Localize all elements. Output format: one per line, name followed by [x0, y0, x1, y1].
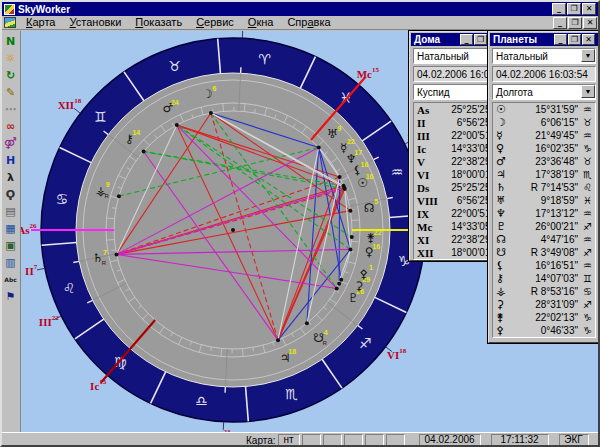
aquarius-icon: ♒: [391, 164, 404, 180]
menu-Карта[interactable]: Карта: [19, 16, 62, 28]
zodiac-sign-icon: ♒: [578, 130, 592, 141]
minimize-button[interactable]: _: [553, 17, 567, 29]
pallas-point: [339, 278, 343, 282]
close-button[interactable]: ✕: [582, 34, 595, 45]
planet-row-saturn[interactable]: ♄R 7°14'53"♌: [493, 181, 595, 194]
menu-Окна[interactable]: Окна: [241, 16, 281, 28]
restore-button[interactable]: ❐: [567, 3, 581, 15]
minimize-button[interactable]: _: [552, 3, 566, 15]
save-picture-icon[interactable]: ▥: [2, 254, 19, 271]
sun-icon[interactable]: ☼: [2, 50, 19, 67]
planets-title-bar[interactable]: Планеты _❐✕: [490, 33, 598, 46]
zodiac-sign-icon: ♐: [578, 221, 592, 232]
window-title: SkyWorker: [18, 4, 549, 15]
zodiac-sign-icon: ♌: [578, 182, 592, 193]
planet-row-mercury[interactable]: ☿21°49'45"♒: [493, 129, 595, 142]
run-flag-icon[interactable]: ⚑: [2, 288, 19, 305]
planet-row-vesta[interactable]: ⚶R 8°53'16"♋: [493, 285, 595, 298]
menu-Сервис[interactable]: Сервис: [189, 16, 241, 28]
minimize-button[interactable]: _: [460, 34, 473, 45]
menu-Справка[interactable]: Справка: [280, 16, 337, 28]
planet-longitude-value: 15°31'59": [511, 104, 578, 115]
refresh-icon[interactable]: ↻: [2, 67, 19, 84]
zodiac-sign-icon: ♉: [578, 117, 592, 128]
edit-pencil-icon[interactable]: ✎: [2, 84, 19, 101]
planets-chart-type-combo[interactable]: Натальный ▼: [492, 48, 596, 64]
planets-window-controls: _❐✕: [554, 34, 595, 45]
page-icon[interactable]: ▤: [2, 203, 19, 220]
mars-icon: ♂: [496, 155, 511, 168]
planet-row-north-node[interactable]: ☊4°47'16"♒: [493, 233, 595, 246]
status-mode: ЭКГ: [559, 434, 589, 446]
planet-row-selena[interactable]: ⚳28°31'09"♐: [493, 298, 595, 311]
house-label-III: III22: [39, 314, 59, 328]
zodiac-sign-icon: ♏: [578, 169, 592, 180]
menu-Показать[interactable]: Показать: [128, 16, 189, 28]
planet-row-mars[interactable]: ♂23°36'48"♉: [493, 155, 595, 168]
chevron-down-icon[interactable]: ▼: [581, 49, 595, 62]
chart-center-dot: [231, 228, 235, 232]
pallas-degree: 1: [369, 264, 373, 271]
options-disabled-icon[interactable]: ⋯: [2, 101, 19, 118]
status-empty-panel: [365, 434, 384, 446]
planet-row-south-node[interactable]: ☋R 3°49'08"♐: [493, 246, 595, 259]
planet-longitude-value: 17°13'12": [511, 208, 578, 219]
planet-row-lilith[interactable]: ⚸16°16'51"♒: [493, 259, 595, 272]
house-label-VI: VI18: [387, 347, 407, 361]
planet-row-neptune[interactable]: ♆17°13'12"♒: [493, 207, 595, 220]
planet-row-venus[interactable]: ♀16°02'35"♑: [493, 142, 595, 155]
planets-window[interactable]: Планеты _❐✕ Натальный ▼ 04.02.2006 16:03…: [488, 31, 600, 343]
restore-button[interactable]: ❐: [474, 34, 487, 45]
chart-window-icon[interactable]: [4, 17, 16, 28]
planet-row-uranus[interactable]: ♅9°18'59"♓: [493, 194, 595, 207]
synastry-icon[interactable]: ∞: [2, 118, 19, 135]
zodiac-sign-icon: ♓: [578, 195, 592, 206]
planets-chart-type-value: Натальный: [496, 51, 548, 62]
planet-longitude-value: 26°00'21": [511, 221, 578, 232]
planet-longitude-value: 21°49'45": [511, 130, 578, 141]
restore-button[interactable]: ❐: [568, 17, 582, 29]
planet-longitude-value: 0°46'33": [511, 325, 578, 336]
lilith-point: [342, 186, 346, 190]
planets-mode-combo[interactable]: Долгота ▼: [492, 84, 596, 100]
planet-longitude-value: 17°38'19": [511, 169, 578, 180]
lilith-icon: ⚸: [496, 259, 511, 272]
planet-longitude-value: 9°18'59": [511, 195, 578, 206]
zoom-magnifier-icon[interactable]: Ϙ: [2, 186, 19, 203]
planet-row-moon[interactable]: ☽6°06'15"♉: [493, 116, 595, 129]
restore-button[interactable]: ❐: [568, 34, 581, 45]
running-man-icon[interactable]: λ: [2, 169, 19, 186]
title-bar[interactable]: SkyWorker _❐✕: [2, 2, 598, 16]
zodiac-sign-icon: ♒: [578, 234, 592, 245]
planet-longitude-value: R 7°14'53": [511, 182, 578, 193]
gender-symbols-icon[interactable]: ⚤: [2, 135, 19, 152]
planets-datetime-value: 04.02.2006 16:03:54: [496, 69, 588, 80]
abc-text-icon[interactable]: Abc: [2, 271, 19, 288]
south-node-point: [305, 321, 309, 325]
saturn-point: [115, 252, 119, 256]
saturn-icon: ♄: [496, 181, 511, 194]
planet-row-jupiter[interactable]: ♃17°38'19"♏: [493, 168, 595, 181]
status-date: 04.02.2006: [419, 434, 481, 446]
planet-row-sun[interactable]: ☉15°31'59"♒: [493, 103, 595, 116]
planet-row-pluto[interactable]: ♇26°00'21"♐: [493, 220, 595, 233]
printer-icon[interactable]: ▣: [2, 237, 19, 254]
minimize-button[interactable]: _: [554, 34, 567, 45]
horary-icon[interactable]: H: [2, 152, 19, 169]
close-button[interactable]: ✕: [583, 17, 597, 29]
planet-row-pallas[interactable]: ⚴0°46'33"♑: [493, 324, 595, 337]
close-button[interactable]: ✕: [582, 3, 596, 15]
status-empty-panel: [386, 434, 405, 446]
house-label-Mc: Mc15: [357, 66, 380, 80]
picture-export-icon[interactable]: ▦: [2, 220, 19, 237]
chiron-degree: 14: [132, 129, 140, 136]
new-natal-chart-icon[interactable]: N: [2, 33, 19, 50]
moon-icon: ☽: [202, 87, 213, 101]
planet-row-proserpina[interactable]: ⚵22°02'13"♑: [493, 311, 595, 324]
menu-Установки[interactable]: Установки: [62, 16, 128, 28]
selena-icon: ⚳: [496, 298, 511, 311]
planet-row-chiron[interactable]: ⚷14°07'03"♊: [493, 272, 595, 285]
house-label: VIII: [417, 195, 441, 207]
chevron-down-icon[interactable]: ▼: [581, 85, 595, 98]
uranus-point: [317, 145, 321, 149]
